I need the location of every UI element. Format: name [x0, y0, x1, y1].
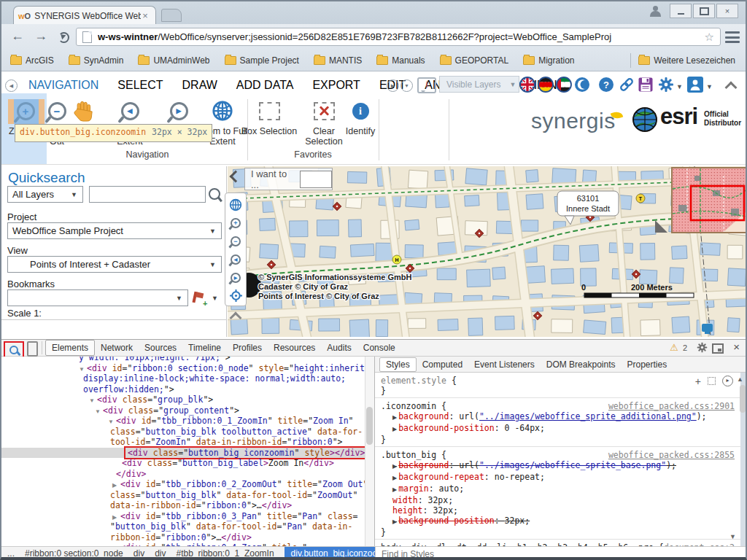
warning-icon[interactable]: ⚠ — [670, 342, 678, 353]
css-property[interactable]: height: 32px; — [381, 505, 735, 516]
dom-node-line[interactable]: ▼<div class="group_blk"> — [1, 394, 365, 405]
breadcrumb-div[interactable]: div — [155, 548, 166, 559]
ribbon-scroll-right-icon[interactable]: ▶ — [387, 79, 399, 92]
dom-node-line[interactable]: </div> — [1, 469, 365, 480]
layer-filter-dropdown[interactable]: All Layers▼ — [7, 186, 83, 203]
dom-node-line[interactable]: display:inline-block;white-space: normal… — [1, 373, 365, 384]
view-dropdown[interactable]: Points of Interest + Cadaster▼ — [7, 256, 222, 273]
bookmark-menu-caret-icon[interactable]: ▼ — [212, 295, 218, 302]
bookmark-umadminweb[interactable]: UMAdminWeb — [138, 55, 209, 66]
elements-scrollbar[interactable] — [365, 357, 374, 546]
minimize-button[interactable] — [670, 4, 692, 18]
devtools-tab-audits[interactable]: Audits — [321, 341, 357, 355]
styles-tab-dom-breakpoints[interactable]: DOM Breakpoints — [541, 358, 622, 371]
breadcrumb--[interactable]: ... — [7, 548, 15, 559]
styles-tab-properties[interactable]: Properties — [621, 358, 673, 371]
tab-close-icon[interactable]: × — [142, 10, 148, 21]
css-rule-element-style[interactable]: element.style {+▸} — [375, 373, 740, 398]
display-icon[interactable] — [702, 324, 713, 332]
css-source-link[interactable]: weboffice_packed.css:2901 — [608, 401, 735, 411]
chrome-menu-icon[interactable] — [725, 31, 740, 43]
dom-node-line[interactable]: ▶<div id="tbb_ribbon:0_3_Pan" title="Pan… — [1, 511, 365, 522]
zoom-in-icon[interactable]: + — [225, 214, 246, 232]
breadcrumb--ribbon-0-section-0-node[interactable]: #ribbon:0 section:0_node — [25, 548, 123, 559]
css-property[interactable]: ▶background-repeat: no-repeat; — [381, 472, 735, 483]
position-crosshair-icon[interactable] — [225, 287, 246, 305]
forward-button[interactable]: → — [32, 28, 50, 44]
i-want-to-input[interactable] — [300, 171, 332, 188]
devtools-tab-timeline[interactable]: Timeline — [182, 341, 227, 355]
toolbar-button-identify[interactable]: iIdentify — [338, 98, 382, 136]
bookmarks-overflow[interactable]: Weitere Lesezeichen — [629, 53, 735, 68]
maximize-button[interactable] — [693, 4, 715, 18]
elements-tree[interactable]: y width: 101px;height: 71px;">▼<div id="… — [1, 357, 365, 546]
help-icon[interactable]: ? — [598, 77, 614, 93]
css-source-link[interactable]: weboffice_packed.css:2855 — [608, 450, 735, 460]
user-caret-icon[interactable]: ▼ — [706, 83, 713, 90]
bookmark-geoportal[interactable]: GEOPORTAL — [440, 55, 509, 66]
ribbon-tab-draw[interactable]: DRAW — [173, 74, 227, 96]
elements-scrollbar-thumb[interactable] — [366, 407, 373, 445]
devtools-tab-profiles[interactable]: Profiles — [227, 341, 268, 355]
css-rule--button-big[interactable]: .button_big {weboffice_packed.css:2855▶b… — [375, 447, 740, 540]
overview-toggle-icon[interactable] — [655, 220, 667, 233]
ribbon-more-icon[interactable]: ▼ — [400, 79, 413, 92]
dom-node-line[interactable]: y width: 101px;height: 71px;"> — [1, 357, 365, 363]
ribbon-tab-add-data[interactable]: ADD DATA — [227, 74, 303, 96]
back-button[interactable]: ← — [9, 28, 26, 44]
breadcrumb--tbb-ribbon-0-1-zoomin[interactable]: #tbb_ribbon:0_1_ZoomIn — [176, 548, 274, 559]
dom-node-line[interactable]: class="button_big_blk toolbutton_active"… — [1, 427, 365, 438]
dom-node-line[interactable]: "button_big_blk" data-for-tool-id="Pan" … — [1, 521, 365, 532]
bookmark-sample-project[interactable]: Sample Project — [225, 55, 299, 66]
dom-node-line[interactable]: ▶<div id="tbb_ribbon:0_2_ZoomOut" title=… — [1, 479, 365, 490]
map-canvas[interactable]: H H T © SynerGIS Informationssysteme Gmb… — [228, 166, 747, 337]
bookmark-mantis[interactable]: MANTIS — [314, 55, 362, 66]
styles-scroll-down-icon[interactable]: ▼ — [729, 533, 736, 540]
language-arabic-flag[interactable] — [556, 77, 572, 93]
save-icon[interactable] — [638, 77, 654, 93]
language-german-flag[interactable] — [538, 77, 554, 93]
reload-button[interactable] — [58, 32, 69, 43]
css-property[interactable]: ▶background: url("../images/weboffice_sp… — [381, 411, 735, 423]
new-rule-icon[interactable]: + — [695, 378, 701, 385]
css-property[interactable]: ▶background-position: 32px; — [381, 516, 735, 527]
dom-node-line[interactable]: ribbon-id="ribbon:0">…</div> — [1, 532, 365, 543]
dock-side-icon[interactable] — [712, 343, 724, 354]
user-account-icon[interactable] — [687, 77, 703, 93]
new-tab-button[interactable] — [161, 9, 182, 22]
next-extent-icon[interactable]: ▶ — [225, 268, 246, 287]
i-want-to-panel[interactable]: I want to ... — [244, 168, 333, 190]
css-property[interactable]: ▶background-position: 0 -64px; — [381, 423, 735, 435]
night-mode-crescent-icon[interactable] — [574, 77, 590, 93]
styles-scrollbar-thumb[interactable] — [740, 385, 746, 413]
styles-rules[interactable]: element.style {+▸}.iconzoomin {weboffice… — [375, 373, 740, 546]
css-property[interactable]: ▶background: url("../images/weboffice_sp… — [381, 460, 735, 472]
dom-node-line[interactable]: class="button_big_blk" data-for-tool-id=… — [1, 490, 365, 501]
dom-node-line[interactable]: data-in-ribbon-id="ribbon:0">…</div> — [1, 500, 365, 511]
project-dropdown[interactable]: WebOffice Sample Project▼ — [7, 222, 222, 239]
devtools-tab-elements[interactable]: Elements — [45, 340, 95, 356]
add-bookmark-pin-icon[interactable] — [192, 292, 197, 303]
element-state-icon[interactable] — [708, 377, 716, 385]
find-in-styles-bar[interactable] — [375, 546, 747, 559]
bookmarks-dropdown[interactable]: ▼ — [7, 289, 188, 306]
inspect-element-icon[interactable] — [4, 341, 24, 358]
css-rule-body-div-dl-dt-dd-li-h1-h2-h3-h4-h5-h6-pre[interactable]: body, div, dl, dt, dd, li, h1, h2, h3, h… — [375, 540, 740, 546]
css-property[interactable]: width: 32px; — [381, 495, 735, 505]
styles-scroll-up-icon[interactable]: ▲ — [737, 376, 743, 383]
dom-node-line[interactable]: ▼<div id="ribbon:0 section:0_node" style… — [1, 363, 365, 374]
previous-extent-icon[interactable]: ◀ — [225, 250, 246, 268]
settings-caret-icon[interactable]: ▼ — [676, 83, 683, 90]
settings-gear-icon[interactable] — [658, 77, 674, 93]
inspected-dom-node[interactable]: <div class="button_big iconzoomin" style… — [1, 448, 365, 459]
breadcrumb-div[interactable]: div — [133, 548, 144, 559]
devtools-close-icon[interactable]: × — [733, 341, 740, 353]
devtools-tab-network[interactable]: Network — [95, 341, 139, 355]
quicksearch-input[interactable] — [89, 186, 206, 203]
bookmark-manuals[interactable]: Manuals — [376, 55, 425, 66]
styles-tab-styles[interactable]: Styles — [379, 357, 417, 372]
search-icon[interactable] — [209, 188, 220, 200]
zoom-out-icon[interactable]: − — [225, 232, 246, 250]
ribbon-tab-export[interactable]: EXPORT — [303, 74, 370, 96]
close-button[interactable]: × — [716, 4, 738, 18]
